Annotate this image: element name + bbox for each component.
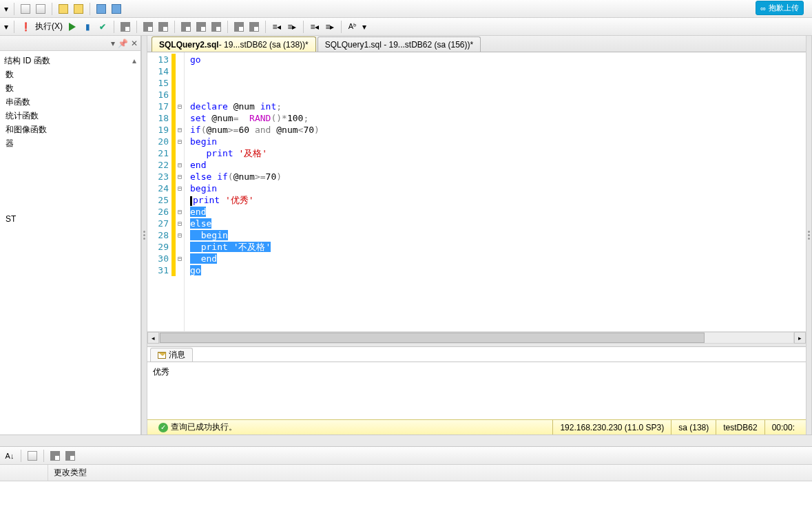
status-time: 00:00: [764, 420, 802, 435]
sort-asc-button[interactable]: A↓ [3, 449, 17, 463]
tree-item[interactable]: 数 [4, 81, 136, 95]
code-line[interactable]: end [190, 206, 806, 218]
bottom-panel: A↓ 更改类型 [0, 435, 812, 513]
code-area[interactable]: go declare @num int;set @num= RAND()*100… [185, 52, 806, 331]
tree-item[interactable]: 和图像函数 [4, 123, 136, 136]
gutter-row: 15 [147, 77, 184, 89]
open2-button[interactable] [72, 2, 85, 16]
scroll-left-button[interactable]: ◂ [147, 332, 159, 344]
outdent-button[interactable]: ≡◂ [270, 20, 284, 34]
code-line[interactable]: print '优秀' [190, 194, 806, 206]
code-line[interactable]: end [190, 159, 806, 171]
code-line[interactable]: end [190, 253, 806, 264]
tree-item[interactable]: ST [4, 212, 136, 226]
save-button[interactable] [94, 2, 108, 16]
upload-pill-button[interactable]: ∞ 抱歉上传 [756, 1, 804, 15]
gutter-row: 25 [147, 194, 184, 206]
column-change-type[interactable]: 更改类型 [48, 465, 812, 481]
new-doc2-button[interactable] [34, 2, 48, 16]
scroll-thumb[interactable] [160, 333, 705, 343]
code-line[interactable]: if(@num>=60 and @num<70) [190, 124, 806, 136]
fold-icon[interactable]: ⊟ [176, 208, 184, 216]
indent2-button[interactable]: ≡▸ [323, 20, 337, 34]
chevron-up-icon[interactable]: ▴ [132, 56, 136, 65]
code-line[interactable]: print '及格' [190, 147, 806, 159]
new-doc-button[interactable] [19, 2, 32, 16]
view2-button[interactable] [63, 449, 77, 463]
tab-rest: - 19...stDB62 (sa (138))* [219, 40, 309, 50]
debug-step-button[interactable]: ▮ [81, 20, 94, 34]
code-line[interactable] [190, 89, 806, 101]
column-blank[interactable] [0, 465, 48, 481]
code-line[interactable]: begin [190, 136, 806, 147]
code-editor[interactable]: 1314151617⊟1819⊟20⊟2122⊟23⊟24⊟2526⊟27⊟28… [147, 52, 806, 331]
fold-icon[interactable]: ⊟ [176, 138, 184, 145]
tool-button[interactable] [179, 20, 193, 34]
fold-icon[interactable]: ⊟ [176, 231, 184, 239]
tree-item[interactable]: 数 [4, 67, 136, 81]
bottom-grid-body[interactable] [0, 481, 812, 513]
dropdown-icon[interactable]: ▾ [3, 4, 10, 14]
play-button[interactable] [65, 20, 79, 34]
tree-item[interactable]: 串函数 [4, 95, 136, 109]
copy-icon [28, 451, 37, 461]
fold-icon[interactable]: ⊟ [176, 185, 184, 192]
tab-messages[interactable]: 消息 [150, 348, 193, 362]
tab-sqlquery2[interactable]: SQLQuery2.sql - 19...stDB62 (sa (138))* [152, 36, 316, 52]
vertical-splitter[interactable] [141, 36, 147, 435]
messages-body: 优秀 [147, 362, 806, 419]
tool-button[interactable] [156, 20, 170, 34]
outdent2-button[interactable]: ≡◂ [308, 20, 322, 34]
fold-icon[interactable]: ⊟ [176, 103, 184, 110]
pin-icon[interactable]: 📌 [118, 39, 128, 48]
results-grid-button[interactable] [118, 20, 132, 34]
gutter-row: 29 [147, 241, 184, 253]
tool-button[interactable] [141, 20, 155, 34]
fold-icon[interactable]: ⊟ [176, 126, 184, 134]
save-all-button[interactable] [110, 2, 123, 16]
code-line[interactable]: else [190, 218, 806, 229]
dropdown-icon[interactable]: ▾ [361, 22, 368, 32]
close-icon[interactable]: ✕ [131, 39, 138, 48]
vertical-splitter[interactable] [806, 36, 812, 435]
scroll-right-button[interactable]: ▸ [794, 332, 806, 344]
fold-icon[interactable]: ⊟ [176, 161, 184, 169]
code-line[interactable]: print '不及格' [190, 241, 806, 253]
execute-bang-button[interactable]: ❗ [19, 20, 32, 34]
tree-item[interactable]: 器 [4, 136, 136, 150]
tool-button[interactable] [194, 20, 208, 34]
toolbar-secondary: ▾ ❗ 执行(X) ▮ ✔ ≡◂ ≡▸ ≡◂ ≡▸ Aᵇ ▾ [0, 18, 812, 36]
fold-icon[interactable]: ⊟ [176, 220, 184, 227]
execute-label[interactable]: 执行(X) [35, 21, 63, 32]
tree-item[interactable]: 统计函数 [4, 109, 136, 123]
autohide-icon[interactable]: ▾ [111, 39, 115, 48]
code-line[interactable]: go [190, 54, 806, 65]
code-line[interactable]: else if(@num>=70) [190, 171, 806, 182]
check-button[interactable]: ✔ [96, 20, 110, 34]
code-line[interactable]: begin [190, 182, 806, 194]
code-line[interactable]: set @num= RAND()*100; [190, 112, 806, 124]
fold-icon[interactable]: ⊟ [176, 255, 184, 262]
tree-header[interactable]: 结构 ID 函数 ▴ [4, 54, 136, 67]
open-icon [74, 4, 83, 14]
view1-button[interactable] [48, 449, 62, 463]
editor-hscroll[interactable]: ◂ ▸ [147, 331, 806, 344]
code-line[interactable] [190, 65, 806, 77]
copy-button[interactable] [25, 449, 39, 463]
tool-button[interactable] [209, 20, 223, 34]
indent-button[interactable]: ≡▸ [285, 20, 299, 34]
code-line[interactable] [190, 77, 806, 89]
dropdown-icon[interactable]: ▾ [3, 22, 10, 32]
scroll-track[interactable] [159, 332, 794, 344]
gutter-row: 24⊟ [147, 182, 184, 194]
fold-icon[interactable]: ⊟ [176, 173, 184, 180]
tab-sqlquery1[interactable]: SQLQuery1.sql - 19...stDB62 (sa (156))* [317, 36, 481, 52]
object-explorer-panel: ▾ 📌 ✕ 结构 ID 函数 ▴ 数数串函数统计函数和图像函数器ST [0, 36, 141, 435]
tool-button[interactable] [232, 20, 246, 34]
tool-button[interactable] [247, 20, 261, 34]
case-button[interactable]: Aᵇ [346, 20, 360, 34]
open-button[interactable] [56, 2, 70, 16]
code-line[interactable]: go [190, 264, 806, 276]
code-line[interactable]: declare @num int; [190, 101, 806, 112]
code-line[interactable]: begin [190, 229, 806, 241]
